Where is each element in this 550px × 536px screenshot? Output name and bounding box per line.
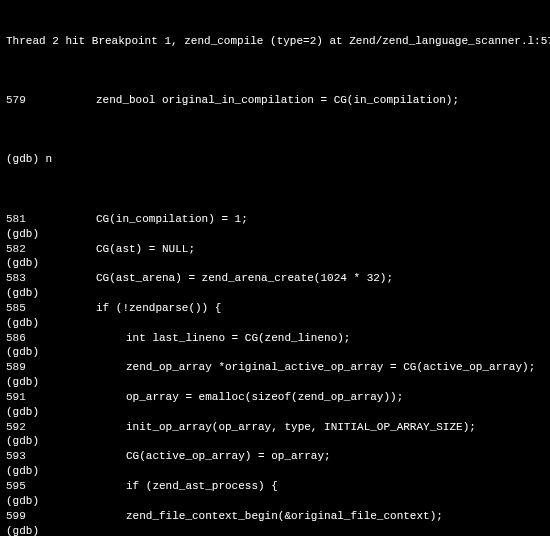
gdb-prompt[interactable]: (gdb) [6,464,544,479]
breakpoint-header-text: Thread 2 hit Breakpoint 1, zend_compile … [6,34,550,49]
gdb-prompt[interactable]: (gdb) [6,405,544,420]
source-code: CG(in_compilation) = 1; [96,212,248,227]
source-line: 582CG(ast) = NULL; [6,242,544,257]
source-line: 589zend_op_array *original_active_op_arr… [6,360,544,375]
source-line: 599zend_file_context_begin(&original_fil… [6,509,544,524]
gdb-prompt-text: (gdb) [6,405,39,420]
gdb-command-line[interactable]: (gdb) n [6,152,52,167]
source-code: zend_file_context_begin(&original_file_c… [126,509,443,524]
source-code: zend_op_array *original_active_op_array … [126,360,535,375]
gdb-prompt[interactable]: (gdb) [6,524,544,536]
line-number: 589 [6,360,36,375]
source-line: 581CG(in_compilation) = 1; [6,212,544,227]
line-number: 582 [6,242,36,257]
gdb-prompt-text: (gdb) [6,316,39,331]
gdb-prompt[interactable]: (gdb) [6,434,544,449]
gdb-prompt[interactable]: (gdb) [6,316,544,331]
gdb-prompt-text: (gdb) [6,286,39,301]
gdb-prompt[interactable]: (gdb) [6,375,544,390]
source-line: 592init_op_array(op_array, type, INITIAL… [6,420,544,435]
line-number: 599 [6,509,36,524]
source-code: CG(active_op_array) = op_array; [126,449,331,464]
gdb-prompt-text: (gdb) [6,227,39,242]
source-code: init_op_array(op_array, type, INITIAL_OP… [126,420,476,435]
source-line: 583CG(ast_arena) = zend_arena_create(102… [6,271,544,286]
gdb-prompt[interactable]: (gdb) [6,494,544,509]
line-number: 592 [6,420,36,435]
line-number: 579 [6,93,36,108]
gdb-prompt-text: (gdb) [6,434,39,449]
gdb-prompt-text: (gdb) [6,375,39,390]
source-line: 595if (zend_ast_process) { [6,479,544,494]
gdb-prompt[interactable]: (gdb) [6,227,544,242]
line-number: 583 [6,271,36,286]
source-line: 586int last_lineno = CG(zend_lineno); [6,331,544,346]
line-number: 595 [6,479,36,494]
source-line: 593CG(active_op_array) = op_array; [6,449,544,464]
gdb-prompt-text: (gdb) [6,494,39,509]
source-code: if (!zendparse()) { [96,301,221,316]
line-number: 581 [6,212,36,227]
gdb-prompt[interactable]: (gdb) [6,286,544,301]
gdb-prompt-text: (gdb) [6,464,39,479]
gdb-prompt-text: (gdb) [6,256,39,271]
source-line: 579 zend_bool original_in_compilation = … [6,93,544,108]
gdb-prompt-text: (gdb) [6,345,39,360]
gdb-prompt-text: (gdb) [6,524,39,536]
source-code: op_array = emalloc(sizeof(zend_op_array)… [126,390,403,405]
line-number: 591 [6,390,36,405]
gdb-prompt-with-command[interactable]: (gdb) n [6,152,544,167]
source-line: 591op_array = emalloc(sizeof(zend_op_arr… [6,390,544,405]
line-number: 585 [6,301,36,316]
line-number: 586 [6,331,36,346]
source-code: CG(ast) = NULL; [96,242,195,257]
line-number: 593 [6,449,36,464]
source-code: if (zend_ast_process) { [126,479,278,494]
source-code: zend_bool original_in_compilation = CG(i… [96,93,459,108]
gdb-prompt[interactable]: (gdb) [6,256,544,271]
gdb-prompt[interactable]: (gdb) [6,345,544,360]
source-line: 585if (!zendparse()) { [6,301,544,316]
source-code: int last_lineno = CG(zend_lineno); [126,331,350,346]
terminal: Thread 2 hit Breakpoint 1, zend_compile … [0,0,550,536]
breakpoint-header: Thread 2 hit Breakpoint 1, zend_compile … [6,34,544,49]
source-code: CG(ast_arena) = zend_arena_create(1024 *… [96,271,393,286]
